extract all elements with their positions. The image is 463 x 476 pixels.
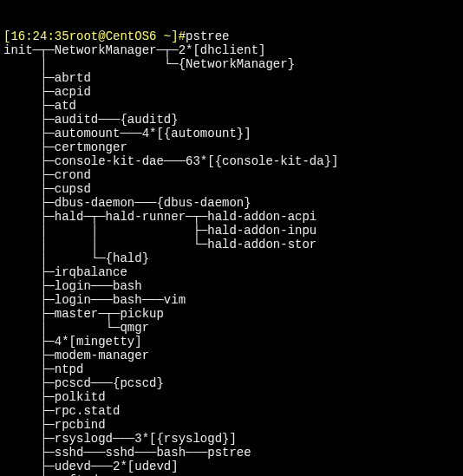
tree-line: ├─hald─┬─hald-runner─┬─hald-addon-acpi: [3, 210, 316, 224]
tree-line: ├─ntpd: [3, 362, 83, 376]
tree-line: ├─login───bash: [3, 279, 142, 293]
tree-line: ├─crond: [3, 168, 91, 182]
tree-line: │ │ └─hald-addon-stor: [3, 238, 316, 251]
tree-line: ├─sshd───sshd───bash───pstree: [3, 446, 251, 460]
tree-line: ├─automount───4*[{automount}]: [3, 127, 251, 140]
prompt-hash: #: [179, 29, 186, 43]
tree-line: ├─pcscd───{pcscd}: [3, 376, 164, 390]
tree-line: ├─udevd───2*[udevd]: [3, 460, 179, 473]
tree-line: init─┬─NetworkManager─┬─2*[dhclient]: [3, 43, 265, 57]
tree-line: ├─cupsd: [3, 182, 91, 196]
tree-line: ├─master─┬─pickup: [3, 307, 164, 321]
tree-line: │ │ ├─hald-addon-inpu: [3, 224, 316, 238]
tree-line: ├─auditd───{auditd}: [3, 113, 179, 127]
tree-line: ├─abrtd: [3, 71, 91, 85]
tree-line: ├─console-kit-dae───63*[{console-kit-da}…: [3, 154, 338, 168]
tree-line: ├─acpid: [3, 85, 91, 99]
command-text[interactable]: pstree: [186, 29, 229, 43]
prompt-cwd: ~: [156, 29, 171, 43]
tree-line: ├─irqbalance: [3, 265, 127, 279]
tree-line: ├─atd: [3, 99, 76, 113]
tree-line: ├─polkitd: [3, 390, 106, 404]
prompt-line: [16:24:35root@CentOS6 ~]#pstree: [3, 29, 230, 43]
tree-line: │ └─{hald}: [3, 251, 149, 265]
tree-line: ├─certmonger: [3, 140, 127, 154]
tree-line: ├─dbus-daemon───{dbus-daemon}: [3, 196, 251, 210]
prompt-close-bracket: ]: [171, 29, 178, 43]
tree-line: │ └─qmgr: [3, 321, 149, 335]
tree-line: ├─modem-manager: [3, 349, 149, 362]
tree-line: ├─rpc.statd: [3, 404, 120, 418]
tree-line: ├─rpcbind: [3, 418, 106, 432]
tree-line: ├─rsyslogd───3*[{rsyslogd}]: [3, 432, 237, 446]
tree-line: ├─login───bash───vim: [3, 293, 186, 307]
tree-line: │ └─{NetworkManager}: [3, 57, 295, 71]
tree-line: ├─4*[mingetty]: [3, 335, 142, 349]
prompt-user-host: root@CentOS6: [69, 29, 157, 43]
prompt-time: 16:24:35: [10, 29, 68, 43]
